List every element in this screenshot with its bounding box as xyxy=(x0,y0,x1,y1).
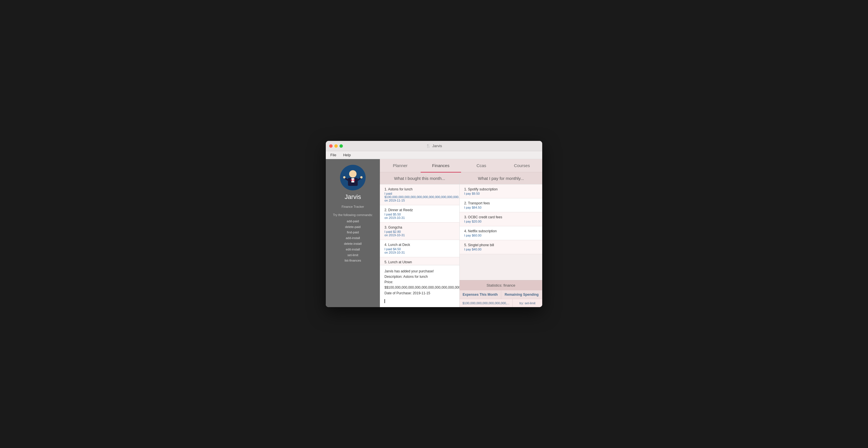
remaining-label: Remaining Spending xyxy=(501,290,542,299)
sidebar-commands-intro: Try the following commands: xyxy=(333,213,373,217)
stats-value-row: $100,000,000,000,000,000,000,... try: se… xyxy=(460,299,542,307)
svg-line-6 xyxy=(358,178,361,180)
item-detail: I pay $84.50 xyxy=(464,206,538,209)
item-detail2: on 2019-10-31 xyxy=(384,233,455,237)
tab-ccas[interactable]: Ccas xyxy=(461,159,502,172)
stats-header-row: Expenses This Month Remaining Spending xyxy=(460,290,542,299)
list-item: 5. Lunch at Utown I paid $4.00 on 2019-1… xyxy=(380,257,459,265)
bought-list: 1. Astons for lunch I paid $100,000,000,… xyxy=(380,185,459,265)
item-title: 3. Gongcha xyxy=(384,225,455,229)
item-detail: I pay $40.00 xyxy=(464,248,538,251)
item-title: 4. Netflix subscription xyxy=(464,229,538,233)
command-list-finances: list-finances xyxy=(344,258,362,263)
item-detail2: on 2019-11-15 xyxy=(384,199,455,202)
titlebar: 🍴 Jarvis xyxy=(326,141,542,151)
remaining-value: try: set-limit xyxy=(513,299,542,307)
left-panel: What I bought this month... 1. Astons fo… xyxy=(380,172,460,307)
terminal[interactable]: Jarvis has added your purchase! Descript… xyxy=(380,265,459,307)
monthly-list: 1. Spotify subscription I pay $9.50 2. T… xyxy=(460,185,542,280)
command-add-install: add-install xyxy=(344,235,362,241)
cursor xyxy=(384,299,385,303)
terminal-line-4: Date of Purchase: 2019-11-15 xyxy=(384,291,455,296)
command-find-paid: find-paid xyxy=(344,230,362,235)
item-detail1: I paid $5.50 xyxy=(384,213,455,216)
sidebar-name: Jarvis xyxy=(345,193,361,201)
right-panel-header: What I pay for monthly... xyxy=(460,172,542,185)
item-detail1: I paid $100,000,000,000,000,000,000,000,… xyxy=(384,192,455,199)
command-set-limit: set-limit xyxy=(344,252,362,258)
menu-help[interactable]: Help xyxy=(342,152,352,158)
terminal-input-area[interactable] xyxy=(384,298,455,304)
window-title: 🍴 Jarvis xyxy=(426,144,442,148)
list-item: 1. Spotify subscription I pay $9.50 xyxy=(460,185,542,198)
command-delete-paid: delete-paid xyxy=(344,224,362,230)
item-title: 2. Transport fees xyxy=(464,201,538,205)
avatar xyxy=(340,165,366,190)
svg-point-0 xyxy=(349,170,356,178)
svg-point-7 xyxy=(343,176,345,179)
list-item: 5. Singtel phone bill I pay $40.00 xyxy=(460,240,542,254)
sidebar: Jarvis Finance Tracker Try the following… xyxy=(326,159,380,307)
svg-line-5 xyxy=(345,178,348,180)
terminal-line-2: Description: Astons for lunch xyxy=(384,274,455,280)
item-title: 5. Lunch at Utown xyxy=(384,260,455,264)
expenses-label: Expenses This Month xyxy=(460,290,501,299)
item-title: 2. Dinner at Reedz xyxy=(384,208,455,212)
command-delete-install: delete-install xyxy=(344,241,362,247)
panels: What I bought this month... 1. Astons fo… xyxy=(380,172,542,307)
list-item: 4. Netflix subscription I pay $60.00 xyxy=(460,226,542,240)
menubar: File Help xyxy=(326,151,542,159)
minimize-button[interactable] xyxy=(334,144,338,148)
app-window: 🍴 Jarvis File Help xyxy=(326,141,542,307)
item-title: 5. Singtel phone bill xyxy=(464,243,538,247)
item-detail: I pay $60.00 xyxy=(464,234,538,237)
list-item: 2. Dinner at Reedz I paid $5.50 on 2019-… xyxy=(380,205,459,223)
statistics-header: Statistics: finance xyxy=(460,280,542,290)
command-add-paid: add-paid xyxy=(344,219,362,224)
list-item: 1. Astons for lunch I paid $100,000,000,… xyxy=(380,185,459,205)
tab-finances[interactable]: Finances xyxy=(421,159,461,172)
svg-point-8 xyxy=(360,176,363,179)
list-item: 3. Gongcha I paid $2.80 on 2019-10-31 xyxy=(380,223,459,240)
main-content: Planner Finances Ccas Courses What I bou… xyxy=(380,159,542,307)
jarvis-icon: 🍴 xyxy=(426,144,431,148)
item-detail: I pay $9.50 xyxy=(464,192,538,195)
item-title: 1. Spotify subscription xyxy=(464,187,538,191)
item-detail2: on 2019-10-31 xyxy=(384,251,455,254)
app-body: Jarvis Finance Tracker Try the following… xyxy=(326,159,542,307)
menu-file[interactable]: File xyxy=(329,152,337,158)
tab-courses[interactable]: Courses xyxy=(502,159,542,172)
close-button[interactable] xyxy=(329,144,333,148)
terminal-line-3: Price: $$100,000,000,000,000,000,000,000… xyxy=(384,280,455,290)
tab-planner[interactable]: Planner xyxy=(380,159,421,172)
list-item: 4. Lunch at Deck I paid $4.50 on 2019-10… xyxy=(380,240,459,257)
item-detail2: on 2019-10-31 xyxy=(384,216,455,219)
item-detail: I pay $20.00 xyxy=(464,220,538,223)
command-edit-install: edit-install xyxy=(344,247,362,252)
expenses-value: $100,000,000,000,000,000,000,... xyxy=(460,299,513,307)
sidebar-section-title: Finance Tracker xyxy=(342,205,364,209)
item-detail1: I paid $4.50 xyxy=(384,247,455,251)
item-title: 3. OCBC credit card fees xyxy=(464,215,538,219)
statistics: Statistics: finance Expenses This Month … xyxy=(460,280,542,307)
item-detail1: I paid $2.80 xyxy=(384,230,455,233)
left-panel-header: What I bought this month... xyxy=(380,172,459,185)
sidebar-commands: add-paid delete-paid find-paid add-insta… xyxy=(344,219,362,263)
maximize-button[interactable] xyxy=(339,144,343,148)
terminal-line-1: Jarvis has added your purchase! xyxy=(384,269,455,274)
tabs: Planner Finances Ccas Courses xyxy=(380,159,542,172)
list-item: 3. OCBC credit card fees I pay $20.00 xyxy=(460,212,542,226)
item-title: 4. Lunch at Deck xyxy=(384,243,455,247)
traffic-lights xyxy=(329,144,343,148)
item-title: 1. Astons for lunch xyxy=(384,187,455,191)
right-panel: What I pay for monthly... 1. Spotify sub… xyxy=(460,172,542,307)
list-item: 2. Transport fees I pay $84.50 xyxy=(460,198,542,212)
